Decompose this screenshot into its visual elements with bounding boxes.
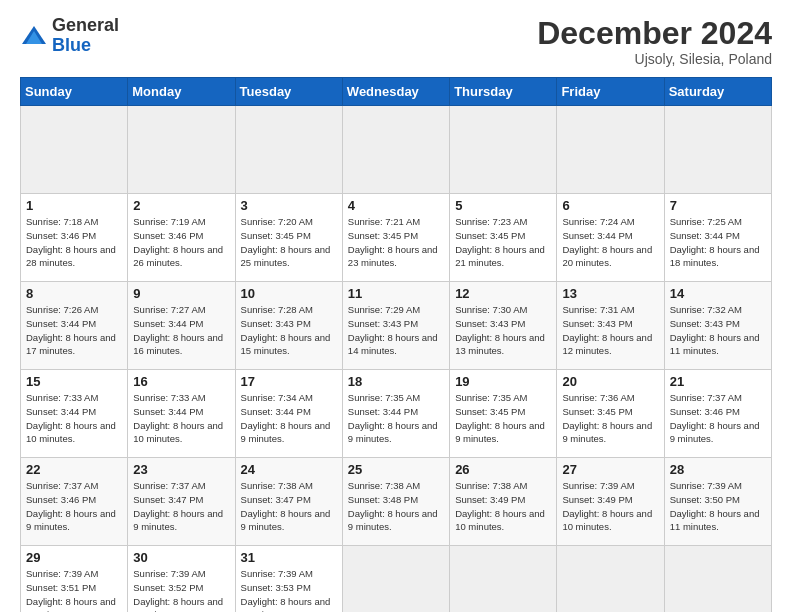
day-info: Sunrise: 7:33 AMSunset: 3:44 PMDaylight:…: [133, 391, 229, 446]
day-number: 11: [348, 286, 444, 301]
day-number: 23: [133, 462, 229, 477]
day-number: 22: [26, 462, 122, 477]
calendar-header-row: SundayMondayTuesdayWednesdayThursdayFrid…: [21, 78, 772, 106]
day-number: 6: [562, 198, 658, 213]
day-cell: 28 Sunrise: 7:39 AMSunset: 3:50 PMDaylig…: [664, 458, 771, 546]
location: Ujsoly, Silesia, Poland: [537, 51, 772, 67]
day-number: 30: [133, 550, 229, 565]
day-info: Sunrise: 7:31 AMSunset: 3:43 PMDaylight:…: [562, 303, 658, 358]
week-row-3: 15 Sunrise: 7:33 AMSunset: 3:44 PMDaylig…: [21, 370, 772, 458]
day-number: 27: [562, 462, 658, 477]
day-info: Sunrise: 7:21 AMSunset: 3:45 PMDaylight:…: [348, 215, 444, 270]
day-cell: [450, 106, 557, 194]
day-cell: 27 Sunrise: 7:39 AMSunset: 3:49 PMDaylig…: [557, 458, 664, 546]
col-header-tuesday: Tuesday: [235, 78, 342, 106]
calendar-table: SundayMondayTuesdayWednesdayThursdayFrid…: [20, 77, 772, 612]
day-number: 2: [133, 198, 229, 213]
day-cell: 10 Sunrise: 7:28 AMSunset: 3:43 PMDaylig…: [235, 282, 342, 370]
day-cell: [342, 106, 449, 194]
col-header-sunday: Sunday: [21, 78, 128, 106]
day-number: 1: [26, 198, 122, 213]
day-number: 21: [670, 374, 766, 389]
day-cell: 29 Sunrise: 7:39 AMSunset: 3:51 PMDaylig…: [21, 546, 128, 612]
header: General Blue December 2024 Ujsoly, Siles…: [20, 16, 772, 67]
day-cell: 6 Sunrise: 7:24 AMSunset: 3:44 PMDayligh…: [557, 194, 664, 282]
day-number: 18: [348, 374, 444, 389]
day-info: Sunrise: 7:39 AMSunset: 3:50 PMDaylight:…: [670, 479, 766, 534]
day-number: 24: [241, 462, 337, 477]
day-cell: [235, 106, 342, 194]
day-info: Sunrise: 7:30 AMSunset: 3:43 PMDaylight:…: [455, 303, 551, 358]
day-info: Sunrise: 7:39 AMSunset: 3:52 PMDaylight:…: [133, 567, 229, 612]
day-number: 15: [26, 374, 122, 389]
week-row-2: 8 Sunrise: 7:26 AMSunset: 3:44 PMDayligh…: [21, 282, 772, 370]
day-cell: [664, 106, 771, 194]
logo-text: General Blue: [52, 16, 119, 56]
day-cell: 5 Sunrise: 7:23 AMSunset: 3:45 PMDayligh…: [450, 194, 557, 282]
week-row-1: 1 Sunrise: 7:18 AMSunset: 3:46 PMDayligh…: [21, 194, 772, 282]
day-info: Sunrise: 7:36 AMSunset: 3:45 PMDaylight:…: [562, 391, 658, 446]
day-info: Sunrise: 7:39 AMSunset: 3:51 PMDaylight:…: [26, 567, 122, 612]
day-cell: 26 Sunrise: 7:38 AMSunset: 3:49 PMDaylig…: [450, 458, 557, 546]
day-info: Sunrise: 7:34 AMSunset: 3:44 PMDaylight:…: [241, 391, 337, 446]
day-number: 26: [455, 462, 551, 477]
day-cell: 25 Sunrise: 7:38 AMSunset: 3:48 PMDaylig…: [342, 458, 449, 546]
day-info: Sunrise: 7:20 AMSunset: 3:45 PMDaylight:…: [241, 215, 337, 270]
day-number: 4: [348, 198, 444, 213]
title-block: December 2024 Ujsoly, Silesia, Poland: [537, 16, 772, 67]
day-number: 3: [241, 198, 337, 213]
day-info: Sunrise: 7:37 AMSunset: 3:46 PMDaylight:…: [670, 391, 766, 446]
day-info: Sunrise: 7:35 AMSunset: 3:44 PMDaylight:…: [348, 391, 444, 446]
day-info: Sunrise: 7:35 AMSunset: 3:45 PMDaylight:…: [455, 391, 551, 446]
day-number: 8: [26, 286, 122, 301]
day-info: Sunrise: 7:38 AMSunset: 3:49 PMDaylight:…: [455, 479, 551, 534]
day-info: Sunrise: 7:33 AMSunset: 3:44 PMDaylight:…: [26, 391, 122, 446]
day-cell: [128, 106, 235, 194]
day-cell: [342, 546, 449, 612]
day-info: Sunrise: 7:29 AMSunset: 3:43 PMDaylight:…: [348, 303, 444, 358]
day-number: 7: [670, 198, 766, 213]
day-cell: [557, 546, 664, 612]
day-number: 5: [455, 198, 551, 213]
day-info: Sunrise: 7:28 AMSunset: 3:43 PMDaylight:…: [241, 303, 337, 358]
day-info: Sunrise: 7:38 AMSunset: 3:47 PMDaylight:…: [241, 479, 337, 534]
day-info: Sunrise: 7:26 AMSunset: 3:44 PMDaylight:…: [26, 303, 122, 358]
day-cell: 18 Sunrise: 7:35 AMSunset: 3:44 PMDaylig…: [342, 370, 449, 458]
day-cell: 8 Sunrise: 7:26 AMSunset: 3:44 PMDayligh…: [21, 282, 128, 370]
day-info: Sunrise: 7:37 AMSunset: 3:46 PMDaylight:…: [26, 479, 122, 534]
day-cell: 4 Sunrise: 7:21 AMSunset: 3:45 PMDayligh…: [342, 194, 449, 282]
day-cell: 31 Sunrise: 7:39 AMSunset: 3:53 PMDaylig…: [235, 546, 342, 612]
day-info: Sunrise: 7:39 AMSunset: 3:53 PMDaylight:…: [241, 567, 337, 612]
col-header-monday: Monday: [128, 78, 235, 106]
col-header-thursday: Thursday: [450, 78, 557, 106]
day-info: Sunrise: 7:18 AMSunset: 3:46 PMDaylight:…: [26, 215, 122, 270]
day-number: 19: [455, 374, 551, 389]
day-number: 13: [562, 286, 658, 301]
day-info: Sunrise: 7:27 AMSunset: 3:44 PMDaylight:…: [133, 303, 229, 358]
day-info: Sunrise: 7:32 AMSunset: 3:43 PMDaylight:…: [670, 303, 766, 358]
day-cell: 19 Sunrise: 7:35 AMSunset: 3:45 PMDaylig…: [450, 370, 557, 458]
day-cell: 30 Sunrise: 7:39 AMSunset: 3:52 PMDaylig…: [128, 546, 235, 612]
day-number: 28: [670, 462, 766, 477]
week-row-5: 29 Sunrise: 7:39 AMSunset: 3:51 PMDaylig…: [21, 546, 772, 612]
day-info: Sunrise: 7:23 AMSunset: 3:45 PMDaylight:…: [455, 215, 551, 270]
col-header-saturday: Saturday: [664, 78, 771, 106]
day-info: Sunrise: 7:25 AMSunset: 3:44 PMDaylight:…: [670, 215, 766, 270]
day-cell: 21 Sunrise: 7:37 AMSunset: 3:46 PMDaylig…: [664, 370, 771, 458]
page: General Blue December 2024 Ujsoly, Siles…: [0, 0, 792, 612]
day-cell: 16 Sunrise: 7:33 AMSunset: 3:44 PMDaylig…: [128, 370, 235, 458]
day-cell: 11 Sunrise: 7:29 AMSunset: 3:43 PMDaylig…: [342, 282, 449, 370]
day-cell: 20 Sunrise: 7:36 AMSunset: 3:45 PMDaylig…: [557, 370, 664, 458]
day-cell: 7 Sunrise: 7:25 AMSunset: 3:44 PMDayligh…: [664, 194, 771, 282]
day-number: 9: [133, 286, 229, 301]
day-cell: 12 Sunrise: 7:30 AMSunset: 3:43 PMDaylig…: [450, 282, 557, 370]
col-header-wednesday: Wednesday: [342, 78, 449, 106]
day-cell: 15 Sunrise: 7:33 AMSunset: 3:44 PMDaylig…: [21, 370, 128, 458]
day-number: 17: [241, 374, 337, 389]
day-info: Sunrise: 7:38 AMSunset: 3:48 PMDaylight:…: [348, 479, 444, 534]
week-row-0: [21, 106, 772, 194]
logo: General Blue: [20, 16, 119, 56]
day-number: 29: [26, 550, 122, 565]
day-cell: 14 Sunrise: 7:32 AMSunset: 3:43 PMDaylig…: [664, 282, 771, 370]
day-number: 12: [455, 286, 551, 301]
